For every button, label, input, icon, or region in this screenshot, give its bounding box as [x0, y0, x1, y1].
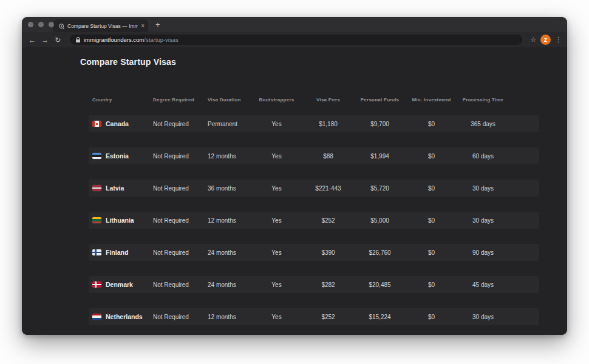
visa-fees-cell: $221-443	[302, 185, 354, 192]
country-name: Denmark	[106, 281, 133, 288]
personal-funds-cell: $1,994	[354, 153, 406, 160]
min-investment-cell: $0	[406, 153, 457, 160]
profile-avatar[interactable]: Z	[540, 35, 551, 45]
visa-fees-cell: $282	[302, 281, 354, 288]
visa-duration-cell: Permanent	[208, 121, 251, 127]
degree-required-cell: Not Required	[153, 249, 208, 256]
column-header-personal-funds: Personal Funds	[354, 97, 406, 103]
min-investment-cell: $0	[406, 281, 457, 288]
country-cell: Denmark	[92, 281, 153, 288]
personal-funds-cell: $5,720	[354, 185, 406, 192]
personal-funds-cell: $26,760	[354, 249, 406, 256]
table-row-netherlands[interactable]: NetherlandsNot Required12 monthsYes$252$…	[89, 308, 539, 325]
bootstrappers-cell: Yes	[251, 153, 302, 160]
table-header-row: CountryDegree RequiredVisa DurationBoots…	[92, 93, 567, 106]
new-tab-button[interactable]: +	[155, 18, 160, 31]
country-cell: Lithuania	[92, 217, 153, 224]
country-flag-icon	[92, 249, 101, 255]
country-name: Finland	[106, 249, 128, 256]
desktop-background: Compare Startup Visas — Immig × + ← → ↻ …	[0, 0, 589, 364]
url-domain: immigrantfounders.com	[84, 36, 144, 43]
min-investment-cell: $0	[406, 121, 457, 127]
processing-time-cell: 90 days	[457, 249, 509, 256]
country-name: Canada	[106, 120, 129, 127]
bookmark-star-icon[interactable]: ☆	[530, 36, 536, 44]
visa-duration-cell: 24 months	[208, 249, 251, 256]
browser-tab[interactable]: Compare Startup Visas — Immig ×	[53, 19, 148, 32]
bootstrappers-cell: Yes	[251, 281, 302, 288]
bootstrappers-cell: Yes	[251, 217, 302, 224]
degree-required-cell: Not Required	[153, 281, 208, 288]
degree-required-cell: Not Required	[153, 121, 208, 127]
window-minimize-button[interactable]	[38, 22, 44, 27]
country-cell: Netherlands	[92, 313, 153, 320]
reload-icon[interactable]: ↻	[53, 36, 62, 44]
visa-duration-cell: 12 months	[208, 153, 251, 160]
personal-funds-cell: $15,224	[354, 314, 406, 320]
browser-window: Compare Startup Visas — Immig × + ← → ↻ …	[22, 17, 567, 335]
visa-duration-cell: 36 months	[208, 185, 251, 192]
column-header-country: Country	[92, 97, 153, 103]
min-investment-cell: $0	[406, 314, 457, 320]
visa-duration-cell: 24 months	[208, 281, 251, 288]
bootstrappers-cell: Yes	[251, 314, 302, 320]
table-row-lithuania[interactable]: LithuaniaNot Required12 monthsYes$252$5,…	[89, 212, 539, 229]
column-header-visa-fees: Visa Fees	[302, 97, 354, 103]
table-row-denmark[interactable]: DenmarkNot Required24 monthsYes$282$20,4…	[89, 276, 539, 293]
lock-icon	[76, 37, 80, 42]
country-name: Netherlands	[106, 313, 143, 320]
table-body: CanadaNot RequiredPermanentYes$1,180$9,7…	[22, 115, 567, 325]
column-header-processing-time: Processing Time	[457, 97, 509, 103]
visa-fees-cell: $88	[302, 153, 354, 160]
min-investment-cell: $0	[406, 185, 457, 192]
bootstrappers-cell: Yes	[251, 249, 302, 256]
table-row-latvia[interactable]: LatviaNot Required36 monthsYes$221-443$5…	[89, 180, 539, 197]
processing-time-cell: 60 days	[457, 153, 509, 160]
personal-funds-cell: $9,700	[354, 121, 406, 127]
visa-duration-cell: 12 months	[208, 217, 251, 224]
min-investment-cell: $0	[406, 217, 457, 224]
table-row-canada[interactable]: CanadaNot RequiredPermanentYes$1,180$9,7…	[89, 115, 539, 132]
processing-time-cell: 365 days	[457, 121, 509, 127]
processing-time-cell: 30 days	[457, 314, 509, 320]
tab-close-icon[interactable]: ×	[141, 23, 145, 29]
visa-fees-cell: $252	[302, 217, 354, 224]
window-close-button[interactable]	[28, 22, 33, 27]
column-header-visa-duration: Visa Duration	[208, 97, 251, 103]
country-flag-icon	[92, 185, 101, 191]
bootstrappers-cell: Yes	[251, 185, 302, 192]
processing-time-cell: 45 days	[457, 281, 509, 288]
tab-title: Compare Startup Visas — Immig	[67, 23, 138, 29]
column-header-min-investment: Min. Investment	[406, 97, 457, 103]
min-investment-cell: $0	[406, 249, 457, 256]
country-flag-icon	[92, 314, 101, 320]
window-zoom-button[interactable]	[49, 22, 54, 27]
visa-fees-cell: $1,180	[302, 121, 354, 127]
degree-required-cell: Not Required	[153, 217, 208, 224]
processing-time-cell: 30 days	[457, 185, 509, 192]
back-icon[interactable]: ←	[28, 36, 36, 44]
bootstrappers-cell: Yes	[251, 121, 302, 127]
country-name: Latvia	[106, 184, 124, 192]
forward-icon[interactable]: →	[41, 36, 49, 44]
window-controls	[28, 22, 54, 27]
degree-required-cell: Not Required	[153, 185, 208, 192]
country-cell: Estonia	[92, 152, 153, 160]
address-bar[interactable]: immigrantfounders.com/startup-visas	[70, 35, 522, 45]
degree-required-cell: Not Required	[153, 153, 208, 160]
country-flag-icon	[92, 153, 101, 159]
personal-funds-cell: $5,000	[354, 217, 406, 224]
visa-duration-cell: 12 months	[208, 314, 251, 320]
tab-favicon	[58, 23, 64, 29]
browser-menu-icon[interactable]: ⋮	[555, 36, 561, 44]
country-flag-icon	[92, 217, 101, 223]
country-cell: Canada	[92, 120, 153, 127]
url-path: /startup-visas	[144, 36, 179, 43]
table-row-estonia[interactable]: EstoniaNot Required12 monthsYes$88$1,994…	[89, 147, 539, 164]
country-cell: Latvia	[92, 184, 153, 192]
personal-funds-cell: $20,485	[354, 281, 406, 288]
country-cell: Finland	[92, 249, 153, 256]
table-row-finland[interactable]: FinlandNot Required24 monthsYes$390$26,7…	[89, 244, 539, 261]
visa-fees-cell: $390	[302, 249, 354, 256]
country-name: Estonia	[106, 152, 129, 160]
